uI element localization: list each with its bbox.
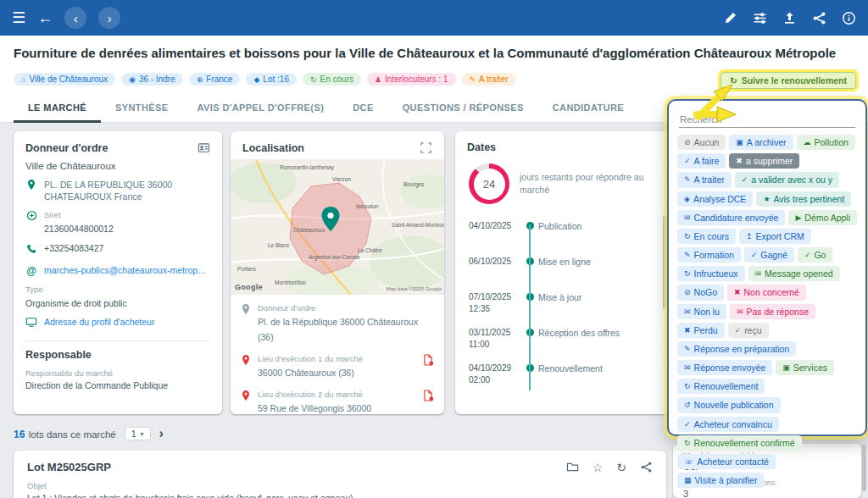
market-tag-chip[interactable]: ◉ 36 - Indre [121, 73, 183, 86]
follow-renewal-button[interactable]: ↻ Suivre le renouvellement [721, 72, 856, 89]
tag-chip[interactable]: ✉ Candidature envoyée [677, 210, 785, 225]
menu-icon[interactable]: ☰ [12, 10, 25, 25]
document-icon[interactable] [422, 354, 434, 366]
dates-scrollbar[interactable] [663, 216, 666, 309]
tag-chip[interactable]: ✉ Message opened [748, 266, 840, 281]
tag-chip[interactable]: ✓ reçu [728, 323, 769, 338]
buyer-profile-link[interactable]: Adresse du profil d'acheteur [44, 317, 154, 327]
tag-chip[interactable]: ✉ Non lu [677, 304, 726, 319]
chip-label: France [206, 75, 232, 84]
tag-chip[interactable]: ★ Avis tres pertinent [756, 191, 851, 207]
tag-chip-label: Formation [694, 249, 734, 261]
tag-chip[interactable]: ✓ Gagné [744, 247, 794, 263]
tag-chip-icon: ◈ [684, 194, 690, 204]
chip-icon: ⊕ [197, 75, 203, 84]
tag-chip[interactable]: ✓ Acheteur convaincu [677, 417, 779, 432]
map-town-label: Bourges [403, 181, 424, 187]
email-link[interactable]: marches-publics@chateauroux-metropole.fr [44, 265, 210, 275]
location-item: Lieu d'exécution 2 du marché 59 Rue de V… [241, 390, 434, 414]
tag-chip-icon: ☏ [684, 456, 693, 467]
tag-chip[interactable]: ↻ Infructueux [677, 266, 745, 281]
star-icon[interactable]: ☆ [593, 462, 604, 473]
location-address: Pl. de la République 36000 Châteauroux (… [258, 317, 418, 342]
tag-chip[interactable]: ↻ En cours [677, 229, 736, 244]
market-tag-chip[interactable]: ↻ En cours [303, 73, 361, 86]
folder-icon[interactable] [566, 461, 579, 473]
highlighter-icon[interactable] [723, 11, 737, 25]
tag-chip[interactable]: ↥ Export CRM [739, 229, 811, 244]
market-tag-chip[interactable]: ⌂ Ville de Châteauroux [14, 73, 115, 86]
lots-count-suffix: lots dans ce marché [29, 429, 116, 440]
document-icon[interactable] [422, 390, 434, 401]
tag-chip[interactable]: ✎ Réponse en préparation [677, 341, 796, 357]
tag-chip[interactable]: ✎ A traiter [677, 172, 732, 187]
tag-chip[interactable]: ☏ Acheteur contacté [677, 454, 776, 469]
localisation-card: Localisation Romorantin-lanthenay Vierzo… [231, 131, 444, 414]
lots-page-select[interactable]: 1 ▾ [125, 427, 151, 440]
market-tag-chip[interactable]: ♟ Interlocuteurs : 1 [367, 73, 456, 86]
timeline-label: Publication [538, 219, 660, 231]
tab[interactable]: DCE [338, 95, 387, 123]
tab[interactable]: SYNTHÈSE [101, 95, 183, 123]
email-at-icon: @ [25, 265, 37, 277]
tag-chip[interactable]: ✓ a valider avec x ou y [735, 172, 839, 187]
tag-chip[interactable]: ✎ Formation [677, 247, 741, 263]
tag-chip-icon: ✖ [734, 287, 741, 297]
tab[interactable]: LE MARCHÉ [14, 95, 101, 123]
tag-chip[interactable]: ✖ Perdu [677, 323, 725, 338]
lot-title: Lot M25025GRP [27, 461, 111, 473]
tab[interactable]: AVIS D'APPEL D'OFFRE(S) [183, 95, 339, 123]
market-tag-chip[interactable]: ⊕ France [189, 73, 241, 86]
location-pin-icon [241, 390, 251, 401]
chip-label: En cours [320, 75, 353, 84]
tag-chip[interactable]: ▣ Services [776, 360, 834, 375]
prev-circle-icon[interactable]: ‹ [64, 7, 86, 29]
next-circle-icon[interactable]: › [98, 7, 120, 29]
tag-chip-label: Avis tres pertinent [773, 193, 844, 205]
location-item: Donneur d'ordre Pl. de la République 360… [241, 303, 434, 344]
tab[interactable]: CANDIDATURE [538, 95, 638, 123]
tag-chip-icon: ✓ [684, 156, 691, 166]
tag-chip[interactable]: ↻ Renouvellement [677, 379, 765, 394]
tag-chip[interactable]: ↻ Renouvellement confirmé [677, 435, 802, 451]
map[interactable]: Romorantin-lanthenay Vierzon Bourges Iss… [231, 159, 444, 295]
tag-chip[interactable]: ✉ Pas de réponse [730, 304, 815, 319]
tag-chip[interactable]: ✖ a supprimer [729, 153, 799, 169]
tag-chip[interactable]: ↺ Nouvelle publication [677, 397, 781, 412]
tag-chip[interactable]: ☁ Pollution [797, 135, 855, 150]
market-tag-chip[interactable]: ✎ A traiter [462, 73, 516, 86]
tag-chip[interactable]: ▶ Démo Appli [788, 210, 857, 225]
page-scrollbar[interactable] [862, 444, 866, 491]
expand-icon[interactable] [420, 141, 432, 154]
tag-chip[interactable]: ✓ Go [798, 247, 833, 263]
tag-chip-icon: ✉ [684, 307, 691, 317]
tag-chip[interactable]: ✉ Réponse envoyée [677, 360, 772, 375]
market-tags-row: ⌂ Ville de Châteauroux ◉ 36 - Indre ⊕ Fr… [14, 73, 516, 86]
share-icon[interactable] [812, 11, 826, 25]
tag-chip[interactable]: ⊘ Aucun [677, 135, 726, 150]
map-town-label: Poitiers [237, 266, 256, 272]
localisation-card-title: Localisation [242, 142, 304, 154]
tag-chip[interactable]: ◈ Analyse DCE [677, 191, 753, 207]
tag-chip[interactable]: ✖ Non concerné [727, 285, 806, 300]
tag-chip[interactable]: ▣ A archiver [729, 135, 793, 150]
refresh-icon[interactable]: ↻ [616, 462, 626, 473]
filters-icon[interactable] [753, 11, 767, 25]
tag-search-input[interactable] [679, 112, 855, 128]
contact-card-icon[interactable] [198, 141, 210, 154]
market-tag-chip[interactable]: ◆ Lot :16 [246, 73, 297, 86]
tag-chip-label: En cours [694, 230, 729, 242]
info-icon[interactable] [842, 11, 856, 25]
location-address: 59 Rue de Villegongis 36000 Châteauroux … [258, 403, 371, 414]
responsable-value: Direction de la Commande Publique [25, 380, 210, 390]
tag-chip[interactable]: ✓ A faire [677, 153, 726, 169]
next-page-chevron-icon[interactable]: › [159, 427, 164, 440]
back-arrow-icon[interactable]: ← [37, 10, 53, 25]
tab[interactable]: QUESTIONS / RÉPONSES [388, 95, 538, 123]
tag-chip[interactable]: ⊘ NoGo [677, 285, 724, 300]
upload-icon[interactable] [782, 11, 797, 25]
share-icon[interactable] [640, 461, 653, 473]
map-town-label: Saint-Amand-Montrond [392, 222, 444, 228]
tag-chip-icon: ▦ [684, 475, 692, 485]
tag-chip[interactable]: ▦ Visite à planifier [677, 473, 764, 488]
